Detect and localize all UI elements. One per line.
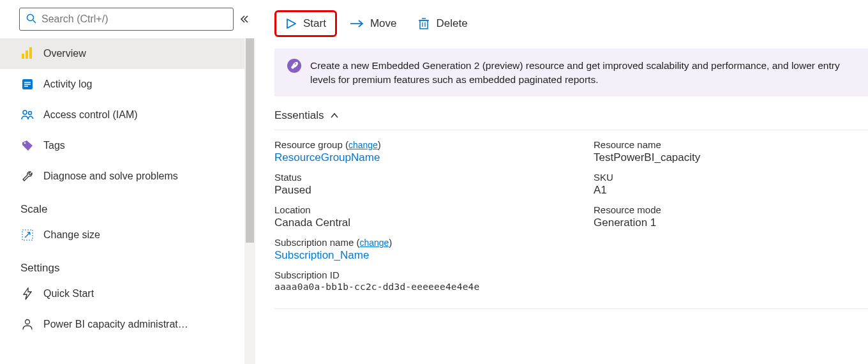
divider <box>274 308 868 309</box>
collapse-sidebar-button[interactable] <box>234 14 255 24</box>
subscription-name-label: Subscription name (change) <box>274 237 594 248</box>
location-value: Canada Central <box>274 216 594 229</box>
delete-button[interactable]: Delete <box>409 12 476 35</box>
sidebar-item-tags[interactable]: Tags <box>0 130 245 161</box>
svg-rect-4 <box>29 47 32 59</box>
search-input[interactable] <box>41 13 227 25</box>
toolbar: Start Move Delete <box>255 0 868 49</box>
resource-group-value[interactable]: ResourceGroupName <box>274 151 594 164</box>
scrollbar[interactable] <box>244 38 255 364</box>
chevron-double-left-icon <box>239 14 250 24</box>
search-box[interactable] <box>19 8 234 31</box>
section-heading-scale: Scale <box>0 192 245 220</box>
sidebar-item-diagnose[interactable]: Diagnose and solve problems <box>0 161 245 192</box>
svg-rect-15 <box>420 20 428 29</box>
delete-label: Delete <box>436 17 467 30</box>
sku-value: A1 <box>594 184 868 197</box>
scrollbar-thumb[interactable] <box>246 38 254 243</box>
move-button[interactable]: Move <box>341 12 406 35</box>
sidebar-item-label: Overview <box>43 48 86 59</box>
resize-icon <box>20 229 34 241</box>
section-heading-settings: Settings <box>0 250 245 278</box>
log-icon <box>20 79 34 90</box>
wrench-icon <box>20 171 34 182</box>
subscription-id-value: aaaa0a0a-bb1b-cc2c-dd3d-eeeeee4e4e4e <box>274 282 594 292</box>
svg-point-10 <box>29 112 32 115</box>
location-label: Location <box>274 204 594 215</box>
info-banner: Create a new Embedded Generation 2 (prev… <box>274 49 868 96</box>
svg-line-1 <box>33 20 36 23</box>
svg-point-11 <box>24 142 26 144</box>
sidebar-item-access-control[interactable]: Access control (IAM) <box>0 100 245 130</box>
status-label: Status <box>274 172 594 183</box>
rocket-icon <box>287 59 301 73</box>
svg-rect-2 <box>22 54 24 59</box>
subscription-id-label: Subscription ID <box>274 269 594 280</box>
svg-rect-3 <box>26 50 28 59</box>
sidebar-item-label: Power BI capacity administrat… <box>43 319 188 330</box>
sidebar: Overview Activity log <box>0 0 255 364</box>
svg-point-13 <box>26 320 30 324</box>
essentials-toggle[interactable]: Essentials <box>274 109 868 122</box>
people-icon <box>20 109 34 121</box>
move-label: Move <box>370 17 397 30</box>
resource-name-label: Resource name <box>594 139 868 150</box>
sidebar-item-label: Diagnose and solve problems <box>43 171 178 182</box>
sidebar-item-capacity-admin[interactable]: Power BI capacity administrat… <box>0 309 245 340</box>
lightning-icon <box>20 287 34 300</box>
resource-name-value: TestPowerBI_capacity <box>594 151 868 164</box>
sidebar-item-label: Tags <box>43 140 65 151</box>
sidebar-item-label: Change size <box>43 229 100 241</box>
sidebar-menu: Overview Activity log <box>0 38 255 364</box>
sidebar-item-label: Access control (IAM) <box>43 109 138 121</box>
powerbi-icon <box>20 47 34 60</box>
essentials-heading: Essentials <box>274 109 324 122</box>
arrow-right-icon <box>350 19 364 29</box>
sidebar-item-label: Quick Start <box>43 288 94 300</box>
search-icon <box>26 13 36 26</box>
banner-text: Create a new Embedded Generation 2 (prev… <box>310 59 855 86</box>
main-content: Start Move Delete <box>255 0 868 364</box>
svg-point-9 <box>23 110 27 114</box>
sidebar-item-overview[interactable]: Overview <box>0 38 245 69</box>
change-subscription-link[interactable]: change <box>359 238 389 248</box>
sku-label: SKU <box>594 172 868 183</box>
trash-icon <box>418 17 430 30</box>
sidebar-item-activity-log[interactable]: Activity log <box>0 69 245 100</box>
start-button[interactable]: Start <box>274 10 337 37</box>
status-value: Paused <box>274 184 594 197</box>
tag-icon <box>20 140 34 151</box>
essentials-panel: Resource group (change) ResourceGroupNam… <box>274 130 868 296</box>
person-icon <box>20 319 34 330</box>
svg-point-0 <box>27 14 34 20</box>
resource-mode-label: Resource mode <box>594 204 868 215</box>
search-row <box>0 0 255 38</box>
resource-mode-value: Generation 1 <box>594 216 868 229</box>
chevron-up-icon <box>330 109 339 122</box>
subscription-name-value[interactable]: Subscription_Name <box>274 249 594 262</box>
sidebar-item-quick-start[interactable]: Quick Start <box>0 278 245 309</box>
play-icon <box>285 18 297 29</box>
change-resource-group-link[interactable]: change <box>348 140 378 150</box>
sidebar-item-label: Activity log <box>43 79 92 90</box>
resource-group-label: Resource group (change) <box>274 139 594 150</box>
start-label: Start <box>303 17 326 30</box>
sidebar-item-change-size[interactable]: Change size <box>0 220 245 250</box>
